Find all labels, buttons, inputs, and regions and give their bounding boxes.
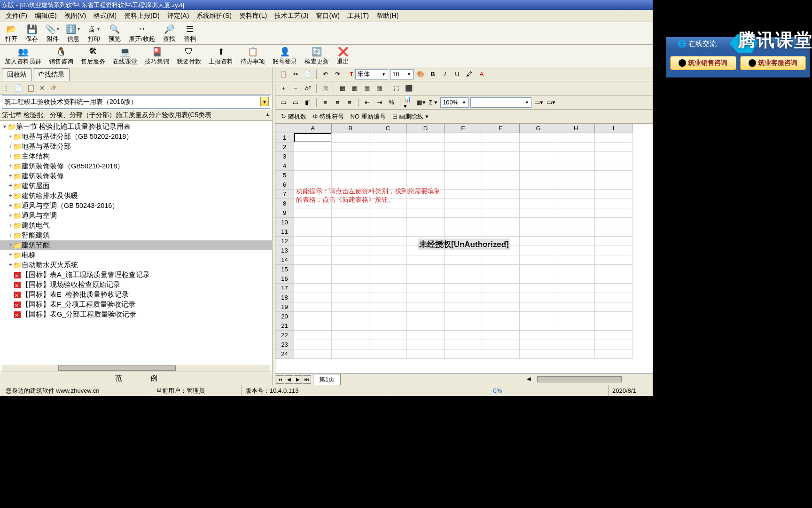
merge-1-icon[interactable]: ⬚: [391, 83, 402, 94]
chapter-header[interactable]: 第七章 检验批、分项、分部（子分部）施工质量及分户验收用表(C5类表 ▲: [0, 110, 272, 121]
tree-item[interactable]: +📁建筑电气: [0, 221, 272, 230]
row-header[interactable]: 22: [275, 331, 294, 340]
fontsize-selector[interactable]: 10 ▼: [390, 69, 414, 79]
tab-search-results[interactable]: 查找结果: [33, 68, 70, 81]
tb-tb2-3[interactable]: 💻在线课堂: [109, 46, 141, 66]
tree-paste-icon[interactable]: 📋: [27, 84, 35, 92]
service-consult-button[interactable]: 筑业客服咨询: [740, 56, 806, 70]
tb-tb1-6[interactable]: ↔展开/收起: [125, 24, 159, 43]
menu-item-9[interactable]: 窗口(W): [312, 11, 344, 21]
expand-icon[interactable]: +: [8, 201, 13, 211]
tree-item[interactable]: 【国标】表A_施工现场质量管理检查记录: [0, 270, 272, 280]
sheet-hscroll[interactable]: ◀: [344, 376, 653, 383]
tree-delete-icon[interactable]: ✕: [39, 84, 45, 92]
expand-icon[interactable]: +: [8, 240, 13, 250]
bold-icon[interactable]: B: [428, 69, 438, 79]
tab-recycle[interactable]: 回收站: [2, 68, 32, 81]
col-header[interactable]: C: [369, 124, 407, 133]
superscript-icon[interactable]: b²: [303, 83, 313, 94]
row-header[interactable]: 4: [275, 161, 294, 171]
row-header[interactable]: 10: [275, 218, 294, 227]
zoom-selector[interactable]: 100% ▼: [440, 97, 468, 108]
row-header[interactable]: 14: [275, 255, 294, 265]
tb-tb1-2[interactable]: 📎▼附件: [42, 24, 63, 43]
col-header[interactable]: F: [482, 124, 520, 133]
row-header[interactable]: 19: [275, 302, 294, 312]
tree-copy-icon[interactable]: 📄: [14, 84, 22, 92]
tb-tb1-1[interactable]: 💾保存: [22, 24, 42, 43]
menu-item-11[interactable]: 帮助(H): [373, 11, 402, 21]
tb-tb2-0[interactable]: 👥加入资料员群: [1, 46, 45, 66]
tree-item[interactable]: 【国标】现场验收检查原始记录: [0, 280, 272, 290]
tree-item[interactable]: +📁主体结构: [0, 151, 272, 161]
row-header[interactable]: 24: [275, 349, 294, 359]
tree-item[interactable]: ▾📁第一节 检验批施工质量验收记录用表: [0, 122, 272, 132]
chart-icon[interactable]: 📊▾: [404, 97, 414, 108]
row-header[interactable]: 21: [275, 321, 294, 331]
row-header[interactable]: 9: [275, 208, 294, 218]
tb-tb1-0[interactable]: 📂打开: [1, 24, 22, 43]
expand-icon[interactable]: +: [8, 171, 13, 181]
tree-item[interactable]: +📁建筑给排水及供暖: [0, 191, 272, 201]
tb-tb2-8[interactable]: 👤账号登录: [269, 46, 301, 66]
text-tool-icon[interactable]: T: [350, 71, 353, 78]
menu-item-1[interactable]: 编辑(E): [31, 11, 61, 21]
tree-item[interactable]: +📁自动喷水灭火系统: [0, 260, 272, 270]
bottom-tab-2[interactable]: 例: [150, 374, 157, 383]
col-header[interactable]: H: [557, 124, 595, 133]
expand-icon[interactable]: +: [8, 142, 13, 151]
row-header[interactable]: 5: [275, 171, 294, 180]
row-header[interactable]: 7: [275, 190, 294, 199]
undo-icon[interactable]: ↶: [320, 69, 330, 79]
tb-tb1-4[interactable]: 🖨▼打印: [84, 24, 104, 43]
row-header[interactable]: 11: [275, 227, 294, 237]
indent-dec-icon[interactable]: ⇤: [362, 97, 372, 108]
tree-item[interactable]: 【国标】表G_分部工程质量验收记录: [0, 310, 272, 319]
expand-icon[interactable]: +: [8, 211, 13, 221]
row-header[interactable]: 13: [275, 246, 294, 255]
sheet-tab[interactable]: 第1页: [313, 374, 341, 385]
expand-icon[interactable]: +: [8, 191, 13, 201]
merge-2-icon[interactable]: ⬛: [404, 83, 414, 94]
tb-tb2-4[interactable]: 🎴技巧集锦: [141, 46, 173, 66]
menu-item-2[interactable]: 视图(V): [61, 11, 90, 21]
tb-tb2-1[interactable]: 🐧销售咨询: [45, 46, 77, 66]
tb-tb1-8[interactable]: ☰普档: [180, 24, 200, 43]
btn-random[interactable]: ↻ 随机数: [281, 112, 306, 121]
highlight-icon[interactable]: 🖍: [464, 69, 475, 79]
sheet-last-icon[interactable]: ⏭: [303, 375, 311, 384]
row-header[interactable]: 12: [275, 237, 294, 246]
align-right-icon[interactable]: ≡: [344, 97, 355, 108]
col-header[interactable]: D: [407, 124, 445, 133]
tool-b-icon[interactable]: ▭: [290, 97, 301, 108]
col-header[interactable]: E: [445, 124, 482, 133]
col-header[interactable]: G: [520, 124, 557, 133]
tree-item[interactable]: 【国标】表E_检验批质量验收记录: [0, 290, 272, 300]
table-icon[interactable]: ▦▾: [416, 97, 426, 108]
font-color-icon[interactable]: 🎨: [415, 69, 426, 79]
hscroll-left-icon[interactable]: ◀: [527, 376, 531, 382]
tree-item[interactable]: +📁通风与空调（GB 50243-2016）: [0, 201, 272, 211]
tree-item[interactable]: +📁建筑装饰装修（GB50210-2018）: [0, 161, 272, 171]
row-header[interactable]: 17: [275, 284, 294, 293]
text-color-icon[interactable]: A: [476, 69, 487, 79]
tree-item[interactable]: +📁建筑装饰装修: [0, 171, 272, 181]
sheet-first-icon[interactable]: ⏮: [276, 375, 284, 384]
menu-item-10[interactable]: 工具(T): [344, 11, 373, 21]
tree-hscroll[interactable]: [2, 365, 270, 372]
sales-consult-button[interactable]: 筑业销售咨询: [670, 56, 736, 70]
border-3-icon[interactable]: ▦: [362, 83, 372, 94]
col-header[interactable]: I: [595, 124, 632, 133]
row-header[interactable]: 18: [275, 293, 294, 302]
tree-item[interactable]: +📁通风与空调: [0, 211, 272, 221]
dropdown-arrow-icon[interactable]: ▼: [260, 97, 269, 106]
expand-icon[interactable]: +: [8, 230, 13, 240]
tb-tb1-7[interactable]: 🔎查找: [159, 24, 180, 43]
row-header[interactable]: 2: [275, 143, 294, 152]
tb-tb2-2[interactable]: 🛠售后服务: [77, 46, 109, 66]
tool-c-icon[interactable]: ◧: [303, 97, 313, 108]
row-header[interactable]: 15: [275, 265, 294, 274]
italic-icon[interactable]: I: [440, 69, 450, 79]
spreadsheet[interactable]: ABCDEFGHI 123456789101112131415161718192…: [275, 124, 653, 373]
collapse-arrow-icon[interactable]: ▲: [265, 111, 270, 117]
